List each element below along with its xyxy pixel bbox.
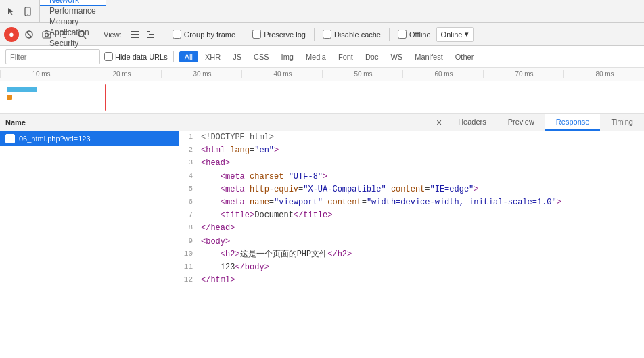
line-number: 10 [179, 248, 201, 261]
tab-headers[interactable]: Headers [447, 114, 497, 131]
svg-point-5 [45, 33, 49, 37]
clear-button[interactable] [22, 27, 37, 42]
line-content: </head> [201, 222, 644, 235]
line-content: <body> [201, 236, 644, 248]
filter-type-media[interactable]: Media [300, 51, 331, 62]
line-content: </html> [201, 274, 644, 287]
svg-point-1 [27, 14, 28, 15]
waterfall-bar-connect [7, 95, 12, 100]
hide-data-urls-label[interactable]: Hide data URLs [104, 52, 168, 61]
code-line: 6 <meta name="viewport" content="width=d… [179, 196, 644, 209]
disable-cache-checkbox[interactable] [323, 30, 331, 39]
code-line: 7 <title>Document</title> [179, 209, 644, 222]
code-line: 8</head> [179, 222, 644, 235]
tab-response[interactable]: Response [545, 114, 601, 131]
cursor-icon[interactable] [5, 5, 18, 18]
filter-type-other[interactable]: Other [450, 51, 480, 62]
code-line: 11 123</body> [179, 261, 644, 274]
line-number: 5 [179, 183, 201, 196]
waterfall-bar-dns [7, 87, 37, 92]
code-line: 12</html> [179, 274, 644, 287]
filter-type-all[interactable]: All [179, 51, 198, 62]
tab-memory[interactable]: Memory [40, 17, 106, 28]
request-item-icon [5, 134, 15, 143]
line-number: 6 [179, 196, 201, 209]
code-line: 9<body> [179, 236, 644, 248]
filter-type-manifest[interactable]: Manifest [409, 51, 448, 62]
ruler-tick: 20 ms [80, 70, 161, 78]
record-button[interactable]: ● [4, 27, 19, 42]
filter-type-img[interactable]: Img [276, 51, 299, 62]
svg-rect-16 [147, 37, 154, 38]
filter-type-font[interactable]: Font [333, 51, 359, 62]
line-content: <h2>这是一个页面的PHP文件</h2> [201, 248, 644, 261]
group-by-frame-checkbox[interactable] [172, 30, 181, 39]
tab-network[interactable]: Network [40, 0, 106, 6]
line-number: 7 [179, 209, 201, 222]
request-items: 06_html.php?wd=123 [0, 131, 179, 146]
devtools-icon-group [0, 0, 40, 22]
ruler-tick: 10 ms [0, 70, 80, 78]
tab-preview[interactable]: Preview [497, 114, 545, 131]
filter-type-buttons: AllXHRJSCSSImgMediaFontDocWSManifestOthe… [179, 51, 480, 62]
line-number: 11 [179, 261, 201, 274]
line-content: <meta name="viewport" content="width=dev… [201, 196, 644, 209]
hide-data-urls-checkbox[interactable] [104, 52, 113, 61]
sep4 [314, 28, 315, 41]
svg-line-10 [84, 36, 87, 39]
sep1 [95, 28, 95, 41]
request-list-header: Name [0, 114, 179, 131]
response-code-viewer[interactable]: 1<!DOCTYPE html>2<html lang="en">3<head>… [179, 131, 644, 358]
filter-type-js[interactable]: JS [227, 51, 247, 62]
tab-timing[interactable]: Timing [600, 114, 644, 131]
line-content: <meta charset="UTF-8"> [201, 171, 644, 183]
tab-performance[interactable]: Performance [40, 6, 106, 17]
ruler-tick: 30 ms [161, 70, 242, 78]
line-content: <head> [201, 157, 644, 170]
code-line: 4 <meta charset="UTF-8"> [179, 171, 644, 183]
detail-close-button[interactable]: × [436, 117, 442, 128]
request-item[interactable]: 06_html.php?wd=123 [0, 131, 179, 146]
line-content: 123</body> [201, 261, 644, 274]
line-number: 12 [179, 274, 201, 287]
view-icon-group [127, 27, 158, 42]
code-line: 3<head> [179, 157, 644, 170]
line-number: 8 [179, 222, 201, 235]
svg-line-3 [27, 32, 31, 37]
mobile-icon[interactable] [22, 5, 34, 18]
waterfall-view-icon[interactable] [143, 27, 158, 42]
filter-button[interactable] [57, 27, 72, 42]
line-content: <html lang="en"> [201, 144, 644, 157]
ruler-tick: 40 ms [242, 70, 322, 78]
line-number: 4 [179, 171, 201, 183]
filter-type-doc[interactable]: Doc [360, 51, 384, 62]
line-content: <!DOCTYPE html> [201, 131, 644, 144]
sep2 [164, 28, 164, 41]
code-line: 10 <h2>这是一个页面的PHP文件</h2> [179, 248, 644, 261]
filter-type-ws[interactable]: WS [385, 51, 408, 62]
waterfall-marker [105, 84, 106, 111]
code-line: 2<html lang="en"> [179, 144, 644, 157]
top-tab-bar: ElementsConsoleSourcesNetworkPerformance… [0, 0, 644, 23]
filter-type-css[interactable]: CSS [248, 51, 275, 62]
detail-panel: × Headers Preview Response Timing 1<!DOC… [179, 114, 644, 358]
filter-type-xhr[interactable]: XHR [200, 51, 226, 62]
main-split: Name 06_html.php?wd=123 × Headers Previe… [0, 114, 644, 358]
request-list: Name 06_html.php?wd=123 [0, 114, 179, 358]
line-number: 2 [179, 144, 201, 157]
svg-rect-15 [149, 34, 154, 35]
throttle-select[interactable]: Online ▾ [436, 27, 474, 42]
filter-input[interactable] [5, 49, 100, 64]
camera-button[interactable] [39, 27, 54, 42]
preserve-log-checkbox[interactable] [252, 30, 261, 39]
search-button[interactable] [74, 27, 89, 42]
code-line: 1<!DOCTYPE html> [179, 131, 644, 144]
group-by-frame-label[interactable]: Group by frame [170, 30, 238, 39]
svg-rect-12 [131, 34, 139, 35]
timeline-chart [0, 81, 644, 114]
offline-label[interactable]: Offline [395, 30, 434, 39]
disable-cache-label[interactable]: Disable cache [320, 30, 384, 39]
offline-checkbox[interactable] [398, 30, 407, 39]
list-view-icon[interactable] [127, 27, 142, 42]
preserve-log-label[interactable]: Preserve log [250, 30, 308, 39]
